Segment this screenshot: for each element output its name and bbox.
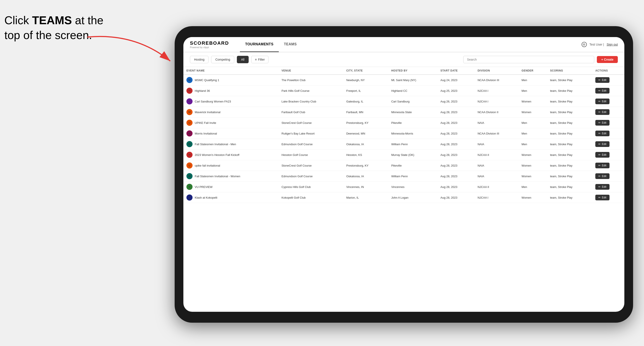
edit-icon-0: ✏ (598, 78, 600, 82)
hosting-button[interactable]: Hosting (190, 56, 208, 63)
cell-hosted-by-5: Minnesota-Morris (388, 128, 437, 139)
edit-icon-8: ✏ (598, 164, 600, 167)
cell-hosted-by-10: Vincennes (388, 181, 437, 192)
cell-gender-6: Men (518, 139, 547, 150)
filter-button[interactable]: ≡ Filter (251, 56, 268, 63)
cell-city-state-9: Oskaloosa, IA (343, 171, 388, 181)
cell-city-state-2: Galesburg, IL (343, 96, 388, 107)
cell-city-state-7: Hesston, KS (343, 150, 388, 160)
cell-actions-5: ✏ Edit (592, 128, 624, 139)
team-logo-1: H (186, 88, 192, 94)
search-box (463, 56, 594, 63)
team-logo-6: W (186, 141, 192, 147)
sign-out-link[interactable]: Sign out (607, 43, 618, 46)
cell-scoring-9: team, Stroke Play (547, 171, 592, 181)
edit-button-0[interactable]: ✏ Edit (595, 77, 610, 83)
cell-hosted-by-7: Murray State (OK) (388, 150, 437, 160)
cell-event-name-8: U upike fall invitational (184, 160, 278, 171)
cell-division-4: NAIA (474, 118, 518, 128)
table-row: M Morris Invitational Ruttger's Bay Lake… (184, 128, 624, 139)
all-button[interactable]: All (237, 56, 249, 63)
search-input[interactable] (463, 56, 594, 63)
cell-event-name-1: H Highland 36 (184, 85, 278, 96)
cell-event-name-0: M MSMC Qualifying 1 (184, 75, 278, 85)
competing-button[interactable]: Competing (211, 56, 234, 63)
cell-division-1: NJCAA I (474, 85, 518, 96)
edit-button-6[interactable]: ✏ Edit (595, 141, 610, 147)
cell-venue-6: Edmundson Golf Course (278, 139, 344, 150)
cell-gender-8: Women (518, 160, 547, 171)
cell-division-10: NJCAA II (474, 181, 518, 192)
edit-icon-11: ✏ (598, 196, 600, 199)
cell-division-9: NAIA (474, 171, 518, 181)
create-button[interactable]: + Create (597, 56, 618, 63)
cell-event-name-4: U UPIKE Fall Invite (184, 118, 278, 128)
cell-actions-1: ✏ Edit (592, 85, 624, 96)
cell-venue-5: Ruttger's Bay Lake Resort (278, 128, 344, 139)
edit-button-9[interactable]: ✏ Edit (595, 173, 610, 179)
edit-button-3[interactable]: ✏ Edit (595, 109, 610, 115)
table-row: U upike fall invitational StoneCrest Gol… (184, 160, 624, 171)
cell-start-date-9: Aug 28, 2023 (438, 171, 474, 181)
cell-hosted-by-11: John A Logan (388, 192, 437, 203)
cell-actions-7: ✏ Edit (592, 150, 624, 160)
cell-hosted-by-2: Carl Sandburg (388, 96, 437, 107)
cell-venue-0: The Powelton Club (278, 75, 344, 85)
cell-gender-4: Men (518, 118, 547, 128)
tab-teams[interactable]: TEAMS (279, 37, 302, 52)
cell-venue-10: Cypress Hills Golf Club (278, 181, 344, 192)
cell-scoring-6: team, Stroke Play (547, 139, 592, 150)
cell-gender-2: Women (518, 96, 547, 107)
cell-gender-11: Women (518, 192, 547, 203)
cell-city-state-8: Prestonsburg, KY (343, 160, 388, 171)
cell-actions-11: ✏ Edit (592, 192, 624, 203)
table-row: J Klash at Kokopelli Kokopelli Golf Club… (184, 192, 624, 203)
cell-division-6: NAIA (474, 139, 518, 150)
cell-hosted-by-8: Pikeville (388, 160, 437, 171)
cell-hosted-by-6: William Penn (388, 139, 437, 150)
cell-venue-1: Park Hills Golf Course (278, 85, 344, 96)
table-row: M MSMC Qualifying 1 The Powelton Club Ne… (184, 75, 624, 85)
tab-tournaments[interactable]: TOURNAMENTS (240, 37, 279, 52)
table-row: H Highland 36 Park Hills Golf Course Fre… (184, 85, 624, 96)
cell-venue-8: StoneCrest Golf Course (278, 160, 344, 171)
tablet-frame: SCOREBOARD Powered by clippt TOURNAMENTS… (175, 26, 633, 323)
cell-hosted-by-1: Highland CC (388, 85, 437, 96)
edit-button-2[interactable]: ✏ Edit (595, 99, 610, 104)
col-venue: VENUE (278, 67, 344, 75)
gear-icon[interactable]: ⚙ (582, 42, 587, 47)
edit-icon-4: ✏ (598, 121, 600, 124)
edit-button-8[interactable]: ✏ Edit (595, 163, 610, 168)
edit-icon-5: ✏ (598, 132, 600, 135)
edit-button-11[interactable]: ✏ Edit (595, 195, 610, 200)
cell-venue-7: Hesston Golf Course (278, 150, 344, 160)
table-row: W Fall Statesmen Invitational - Men Edmu… (184, 139, 624, 150)
cell-city-state-11: Marion, IL (343, 192, 388, 203)
team-logo-9: W (186, 173, 192, 179)
cell-division-3: NCAA Division II (474, 107, 518, 118)
cell-scoring-1: team, Stroke Play (547, 85, 592, 96)
cell-city-state-5: Deerwood, MN (343, 128, 388, 139)
edit-button-7[interactable]: ✏ Edit (595, 152, 610, 158)
cell-start-date-10: Aug 28, 2023 (438, 181, 474, 192)
cell-city-state-3: Faribault, MN (343, 107, 388, 118)
col-start-date: START DATE (438, 67, 474, 75)
cell-division-0: NCAA Division III (474, 75, 518, 85)
cell-scoring-3: team, Stroke Play (547, 107, 592, 118)
cell-scoring-4: team, Stroke Play (547, 118, 592, 128)
team-logo-10: V (186, 184, 192, 190)
edit-button-4[interactable]: ✏ Edit (595, 120, 610, 126)
col-gender: GENDER (518, 67, 547, 75)
cell-city-state-1: Freeport, IL (343, 85, 388, 96)
logo-area: SCOREBOARD Powered by clippt (190, 40, 229, 49)
edit-button-5[interactable]: ✏ Edit (595, 131, 610, 136)
cell-start-date-8: Aug 28, 2023 (438, 160, 474, 171)
edit-button-10[interactable]: ✏ Edit (595, 184, 610, 190)
cell-city-state-0: Newburgh, NY (343, 75, 388, 85)
cell-start-date-0: Aug 24, 2023 (438, 75, 474, 85)
cell-scoring-0: team, Stroke Play (547, 75, 592, 85)
tablet-screen: SCOREBOARD Powered by clippt TOURNAMENTS… (184, 37, 624, 312)
edit-icon-3: ✏ (598, 111, 600, 114)
cell-city-state-10: Vincennes, IN (343, 181, 388, 192)
edit-button-1[interactable]: ✏ Edit (595, 88, 610, 94)
